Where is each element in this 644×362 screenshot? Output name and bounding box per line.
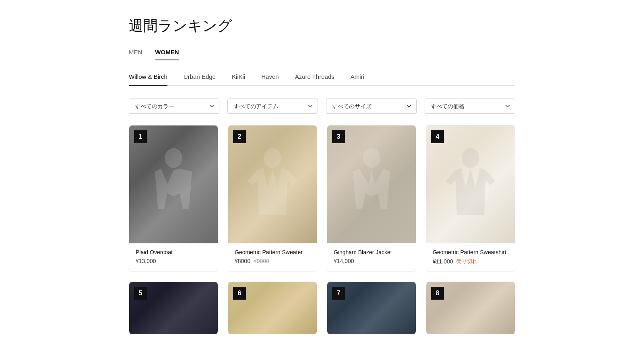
product-card-4[interactable]: 4 Geometric Pattern Sweatshirt ¥11,000 売… xyxy=(426,125,515,272)
tab-men[interactable]: MEN xyxy=(129,49,142,60)
product-image-7: 7 xyxy=(327,282,416,334)
brand-tab-amiri[interactable]: Amiri xyxy=(351,73,364,86)
product-name-2: Geometric Pattern Sweater xyxy=(235,249,310,255)
tab-women[interactable]: WOMEN xyxy=(155,49,179,60)
product-name-3: Gingham Blazer Jacket xyxy=(334,249,409,255)
product-card-6[interactable]: 6 xyxy=(228,282,317,334)
product-image-5: 5 xyxy=(129,282,218,334)
product-grid-top: 1 Plaid Overcoat ¥13,000 2 xyxy=(129,125,515,272)
product-image-4: 4 xyxy=(426,125,515,243)
product-card-5[interactable]: 5 xyxy=(129,282,218,334)
page-title: 週間ランキング xyxy=(129,16,515,36)
product-card-8[interactable]: 8 xyxy=(426,282,515,334)
product-card-3[interactable]: 3 Gingham Blazer Jacket ¥14,000 xyxy=(327,125,416,272)
page-container: 週間ランキング MEN WOMEN Willow & Birch Urban E… xyxy=(64,0,580,350)
product-info-4: Geometric Pattern Sweatshirt ¥11,000 売り切… xyxy=(426,243,515,272)
gender-tabs: MEN WOMEN xyxy=(129,49,515,60)
svg-point-0 xyxy=(165,148,182,168)
product-silhouette-3 xyxy=(341,137,402,243)
brand-tab-urban-edge[interactable]: Urban Edge xyxy=(184,73,216,86)
rank-badge-4: 4 xyxy=(431,130,444,143)
sold-out-badge-4: 売り切れ xyxy=(456,258,477,265)
product-image-3: 3 xyxy=(327,125,416,243)
rank-badge-3: 3 xyxy=(332,130,345,143)
rank-badge-6: 6 xyxy=(233,287,246,300)
color-filter[interactable]: すべてのカラー ブラック ホワイト グレー ベージュ xyxy=(129,99,219,114)
product-name-4: Geometric Pattern Sweatshirt xyxy=(433,249,508,255)
product-card-1[interactable]: 1 Plaid Overcoat ¥13,000 xyxy=(129,125,218,272)
rank-badge-8: 8 xyxy=(431,287,444,300)
product-name-1: Plaid Overcoat xyxy=(136,249,211,255)
product-image-6: 6 xyxy=(228,282,317,334)
product-card-7[interactable]: 7 xyxy=(327,282,416,334)
product-grid-bottom: 5 6 7 8 xyxy=(129,282,515,334)
brand-tab-kiikii[interactable]: KiiKii xyxy=(232,73,245,86)
product-image-2: 2 xyxy=(228,125,317,243)
price-filter[interactable]: すべての価格 ¥5,000以下 ¥5,000〜¥10,000 ¥10,000以上 xyxy=(425,99,515,114)
product-image-8: 8 xyxy=(426,282,515,334)
product-price-original-2: ¥9000 xyxy=(254,258,269,264)
rank-badge-1: 1 xyxy=(134,130,147,143)
size-filter[interactable]: すべてのサイズ XS S M L XL xyxy=(326,99,417,114)
product-silhouette-4 xyxy=(440,137,502,243)
product-info-3: Gingham Blazer Jacket ¥14,000 xyxy=(327,243,416,271)
rank-badge-2: 2 xyxy=(233,130,246,143)
product-price-row-2: ¥8000 ¥9000 xyxy=(235,258,310,264)
product-price-1: ¥13,000 xyxy=(136,258,156,264)
svg-point-3 xyxy=(462,148,479,168)
rank-badge-7: 7 xyxy=(332,287,345,300)
product-info-2: Geometric Pattern Sweater ¥8000 ¥9000 xyxy=(228,243,317,271)
product-image-1: 1 xyxy=(129,125,218,243)
filter-row: すべてのカラー ブラック ホワイト グレー ベージュ すべてのアイテム コート … xyxy=(129,99,515,114)
product-price-row-4: ¥11,000 売り切れ xyxy=(433,258,508,265)
product-card-2[interactable]: 2 Geometric Pattern Sweater ¥8000 ¥9000 xyxy=(228,125,317,272)
product-info-1: Plaid Overcoat ¥13,000 xyxy=(129,243,218,271)
brand-tab-haven[interactable]: Haven xyxy=(261,73,279,86)
brand-tab-azure-threads[interactable]: Azure Threads xyxy=(295,73,334,86)
brand-tab-willow-birch[interactable]: Willow & Birch xyxy=(129,73,167,86)
rank-badge-5: 5 xyxy=(134,287,147,300)
svg-point-1 xyxy=(264,148,281,168)
product-price-2: ¥8000 xyxy=(235,258,250,264)
product-price-3: ¥14,000 xyxy=(334,258,354,264)
product-price-row-1: ¥13,000 xyxy=(136,258,211,264)
product-price-4: ¥11,000 xyxy=(433,258,453,265)
product-price-row-3: ¥14,000 xyxy=(334,258,409,264)
svg-point-2 xyxy=(363,148,380,168)
product-silhouette-2 xyxy=(242,137,303,243)
product-silhouette-1 xyxy=(142,137,204,243)
item-filter[interactable]: すべてのアイテム コート セーター ジャケット xyxy=(227,99,318,114)
brand-tabs: Willow & Birch Urban Edge KiiKii Haven A… xyxy=(129,73,515,86)
